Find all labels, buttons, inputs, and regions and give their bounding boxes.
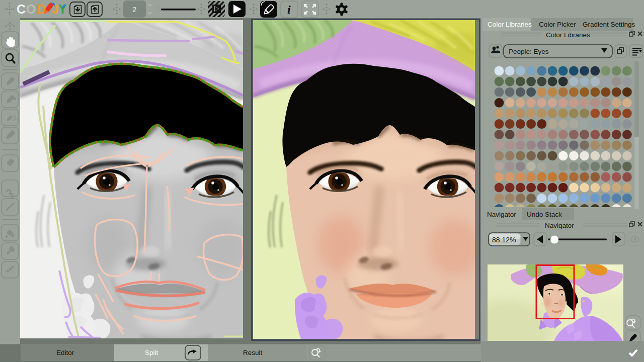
svg-text:People: Eyes: People: Eyes — [509, 48, 549, 55]
svg-text:Split: Split — [145, 349, 158, 356]
svg-text:D: D — [37, 2, 46, 16]
svg-text:Color Libraries: Color Libraries — [546, 31, 590, 39]
svg-text:Color Picker: Color Picker — [539, 21, 576, 28]
svg-text:Undo Stack: Undo Stack — [527, 211, 562, 218]
svg-text:2: 2 — [132, 5, 136, 14]
svg-text:C: C — [17, 2, 26, 16]
svg-text:Result: Result — [243, 349, 263, 356]
svg-text:Gradient Settings: Gradient Settings — [583, 21, 635, 28]
svg-text:i: i — [287, 3, 291, 16]
svg-text:Y: Y — [58, 2, 67, 16]
svg-text:88.12%: 88.12% — [492, 236, 516, 244]
svg-text:Naviqator: Naviqator — [545, 222, 574, 229]
svg-text:Color Libraries: Color Libraries — [488, 21, 532, 28]
svg-text:O: O — [26, 2, 36, 16]
svg-text:Editor: Editor — [56, 349, 74, 356]
svg-text:Navigator: Navigator — [487, 211, 516, 218]
